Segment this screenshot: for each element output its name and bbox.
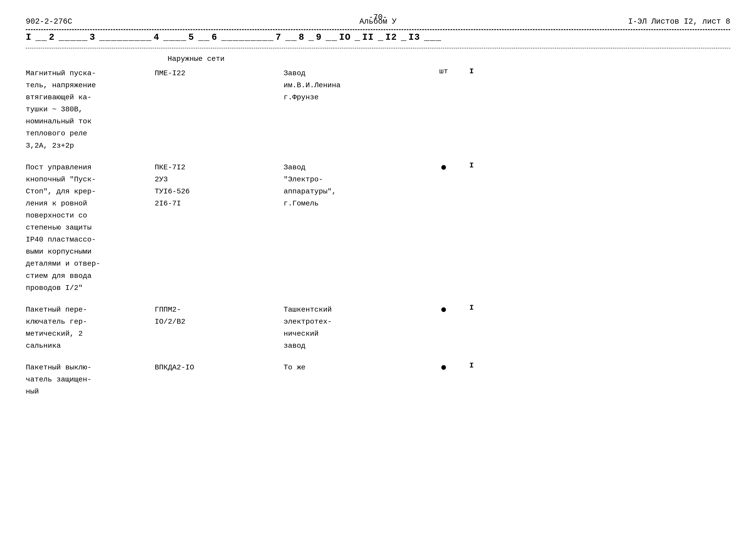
- manufacturer-4: То же: [283, 362, 430, 374]
- section-title: Наружные сети: [167, 55, 730, 63]
- model-3: ГППМ2- IO/2/B2: [155, 304, 279, 328]
- page-number: -70-: [368, 13, 387, 22]
- divider-thick: [26, 29, 730, 30]
- table-row: Магнитный пуска- тель, напряжение втягив…: [26, 67, 730, 152]
- manufacturer-2: Завод "Электро- аппаратуры", г.Гомель: [283, 161, 430, 209]
- divider-thin: [26, 48, 730, 48]
- table-row: Пост управления кнопочный "Пуск- Стоп", …: [26, 161, 730, 294]
- manufacturer-3: Ташкентский электротех- нический завод: [283, 304, 430, 352]
- model-1: ПМЕ-I22: [155, 67, 279, 79]
- unit-2: ●: [430, 161, 458, 174]
- model-4: ВПКДА2-IO: [155, 362, 279, 374]
- qty-3: I: [458, 304, 486, 312]
- table-row: Пакетный пере- ключатель гер- метический…: [26, 304, 730, 352]
- unit-4: ●: [430, 362, 458, 374]
- reference: I-ЭЛ Листов I2, лист 8: [628, 17, 730, 26]
- doc-number: 902-2-276С: [26, 17, 72, 26]
- page: 902-2-276С Альбом У -70- I-ЭЛ Листов I2,…: [0, 0, 756, 551]
- column-numbers: I __ 2 _____ 3 _________ 4 ____ 5 __ 6 _…: [26, 32, 730, 43]
- qty-4: I: [458, 362, 486, 370]
- description-4: Пакетный выклю- чатель защищен- ный: [26, 362, 150, 398]
- manufacturer-1: Завод им.В.И.Ленина г.Фрунзе: [283, 67, 430, 103]
- unit-1: шт: [430, 67, 458, 75]
- header: 902-2-276С Альбом У -70- I-ЭЛ Листов I2,…: [26, 17, 730, 26]
- description-1: Магнитный пуска- тель, напряжение втягив…: [26, 67, 150, 152]
- qty-2: I: [458, 161, 486, 169]
- qty-1: I: [458, 67, 486, 75]
- table-row: Пакетный выклю- чатель защищен- ный ВПКД…: [26, 362, 730, 398]
- unit-3: ●: [430, 304, 458, 316]
- model-2: ПКЕ-7I2 2У3 ТУI6-526 2I6-7I: [155, 161, 279, 209]
- data-rows: Магнитный пуска- тель, напряжение втягив…: [26, 67, 730, 398]
- description-2: Пост управления кнопочный "Пуск- Стоп", …: [26, 161, 150, 294]
- description-3: Пакетный пере- ключатель гер- метический…: [26, 304, 150, 352]
